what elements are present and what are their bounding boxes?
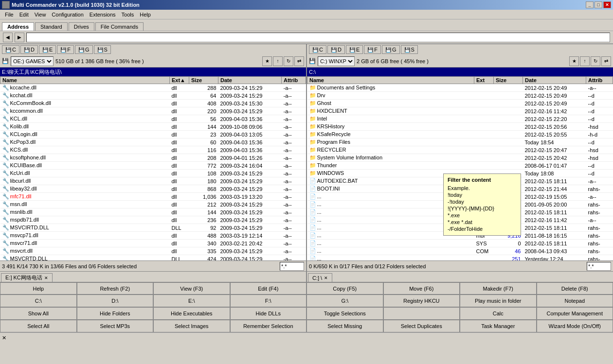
btn-view[interactable]: View (F3) [153, 282, 230, 295]
right-col-name[interactable]: Name [307, 77, 474, 84]
address-input[interactable] [26, 33, 610, 42]
btn-help[interactable]: Help [0, 282, 77, 295]
tab-drives[interactable]: Drives [69, 22, 94, 31]
menu-view[interactable]: View [32, 11, 49, 18]
right-refresh-btn[interactable]: ↻ [591, 56, 600, 66]
list-item[interactable]: 📁HXDCLIENT 2012-02-16 11:42 --d [307, 107, 613, 115]
btn-hide-folders[interactable]: Hide Folders [77, 307, 154, 320]
menu-file[interactable]: File [2, 11, 17, 18]
left-up-btn[interactable]: ↑ [273, 56, 283, 66]
list-item[interactable]: 🔧KCLogin.dll dll 23 2009-04-03 13:05 -a-… [0, 131, 306, 139]
right-fav-btn[interactable]: ★ [569, 56, 579, 66]
left-drive-g[interactable]: 💾G [75, 45, 93, 54]
tab-file-commands[interactable]: File Commands [95, 22, 144, 31]
left-col-attrib[interactable]: Attrib [282, 77, 306, 84]
list-item[interactable]: 🔧libcurl.dll dll 180 2009-03-24 15:29 -a… [0, 177, 306, 185]
list-item[interactable]: 🔧KCL.dll dll 56 2009-04-03 15:36 -a-- [0, 115, 306, 123]
btn-c-drive[interactable]: C:\ [0, 295, 77, 307]
right-drive-s[interactable]: 💾S [401, 45, 418, 54]
list-item[interactable]: 🔧MSVCRTD.DLL DLL 424 2009-03-24 15:29 -a… [0, 255, 306, 261]
btn-select-missing[interactable]: Select Missing [306, 320, 383, 332]
right-col-ext[interactable]: Ext [474, 77, 494, 84]
list-item[interactable]: 📁RECYCLER 2012-02-15 20:47 -hsd [307, 146, 613, 154]
right-drive-e[interactable]: 💾E [346, 45, 363, 54]
btn-registry-hkcu[interactable]: Registry HKCU [383, 295, 460, 307]
right-filter-input[interactable] [587, 262, 611, 271]
btn-select-mp3s[interactable]: Select MP3s [77, 320, 154, 332]
left-drive-s[interactable]: 💾S [94, 45, 111, 54]
list-item[interactable]: 🔧kcsoftphone.dll dll 208 2009-04-01 15:2… [0, 154, 306, 162]
tab-address[interactable]: Address [2, 22, 34, 31]
btn-calc[interactable]: Calc [460, 307, 537, 320]
right-up-btn[interactable]: ↑ [580, 56, 590, 66]
left-drive-f[interactable]: 💾F [57, 45, 74, 54]
right-col-size[interactable]: Size [494, 77, 523, 84]
btn-play-music[interactable]: Play music in folder [460, 295, 537, 307]
list-item[interactable]: 🔧mspdb71.dll dll 236 2009-03-24 15:29 -a… [0, 216, 306, 224]
list-item[interactable]: 🔧mfc71.dll dll 1,036 2003-03-19 13:20 -a… [0, 193, 306, 201]
list-item[interactable]: 🔧msvcrt.dll dll 335 2009-03-24 15:29 -a-… [0, 247, 306, 255]
list-item[interactable]: 🔧msvcp71.dll dll 488 2003-03-19 12:14 -a… [0, 232, 306, 240]
right-drive-c[interactable]: 💾C [309, 45, 326, 54]
left-filter-input[interactable] [280, 262, 304, 271]
btn-select-duplicates[interactable]: Select Duplicates [383, 320, 460, 332]
btn-task-manager[interactable]: Task Manager [460, 320, 537, 332]
list-item[interactable]: 📁Ghost 2012-02-15 20:49 --d [307, 100, 613, 107]
btn-refresh[interactable]: Refresh (F2) [77, 282, 154, 295]
left-col-date[interactable]: Date [218, 77, 282, 84]
minimize-button[interactable]: _ [586, 1, 594, 8]
btn-copy[interactable]: Copy (F5) [306, 282, 383, 295]
list-item[interactable]: 🔧KCS.dll dll 116 2009-04-03 15:36 -a-- [0, 146, 306, 154]
list-item[interactable]: 🔧KcPop3.dll dll 60 2009-04-03 15:36 -a-- [0, 139, 306, 146]
menu-tools[interactable]: Tools [119, 11, 137, 18]
btn-hide-executables[interactable]: Hide Executables [153, 307, 230, 320]
right-drive-g[interactable]: 💾G [382, 45, 400, 54]
btn-edit[interactable]: Edit (F4) [230, 282, 307, 295]
right-col-attrib[interactable]: Attrib [586, 77, 613, 84]
right-tab-close[interactable]: ✕ [324, 276, 328, 280]
right-drive-d[interactable]: 💾D [327, 45, 345, 54]
left-col-ext[interactable]: Ext▲ [170, 77, 189, 84]
list-item[interactable]: 🔧libeay32.dll dll 868 2009-03-24 15:29 -… [0, 185, 306, 193]
addr-forward-btn[interactable]: ▶ [15, 33, 24, 42]
btn-select-all[interactable]: Select All [0, 320, 77, 332]
left-drive-c[interactable]: 💾C [2, 45, 19, 54]
btn-e-drive[interactable]: E:\ [153, 295, 230, 307]
left-drive-select[interactable]: OE:) GAMES [11, 56, 54, 66]
menu-extensions[interactable]: Extensions [87, 11, 119, 18]
list-item[interactable]: 🔧msvcr71.dll dll 340 2003-02-21 20:42 -a… [0, 240, 306, 247]
list-item[interactable]: 🔧msnlib.dll dll 144 2009-03-24 15:29 -a-… [0, 208, 306, 216]
list-item[interactable]: 📄... COM 46 2008-04-13 09:43 rahs- [307, 247, 613, 255]
left-col-name[interactable]: Name [0, 77, 170, 84]
left-col-size[interactable]: Size [189, 77, 218, 84]
left-file-scroll[interactable]: Name Ext▲ Size Date Attrib 🔧kccache.dll … [0, 76, 306, 260]
list-item[interactable]: 📄... 251 Yesterday 12:24 rahs- [307, 255, 613, 261]
list-item[interactable]: 📁Program Files Today 18:54 --d [307, 139, 613, 146]
list-item[interactable]: 📁System Volume Information 2012-02-15 20… [307, 154, 613, 162]
left-tab-close[interactable]: ✕ [44, 276, 48, 280]
btn-d-drive[interactable]: D:\ [77, 295, 154, 307]
btn-computer-management[interactable]: Computer Management [537, 307, 613, 320]
left-tab[interactable]: E:] KC网络电话 ✕ [1, 273, 53, 282]
left-fav-btn[interactable]: ★ [262, 56, 272, 66]
right-swap-btn[interactable]: ⇄ [601, 56, 611, 66]
list-item[interactable]: 📁Thunder 2008-06-17 01:47 --d [307, 162, 613, 170]
right-col-date[interactable]: Date [523, 77, 586, 84]
list-item[interactable]: 📁KSafeRecycle 2012-02-15 20:55 -h-d [307, 131, 613, 139]
addr-back-btn[interactable]: ◀ [3, 33, 13, 42]
btn-remember-selection[interactable]: Remember Selection [230, 320, 307, 332]
btn-f-drive[interactable]: F:\ [230, 295, 307, 307]
btn-hide-dlls[interactable]: Hide DLLs [230, 307, 307, 320]
list-item[interactable]: 🔧msn.dll dll 212 2009-03-24 15:29 -a-- [0, 201, 306, 208]
list-item[interactable]: 🔧Kolib.dll dll 144 2009-10-08 09:06 -a-- [0, 123, 306, 131]
right-drive-f[interactable]: 💾F [364, 45, 381, 54]
list-item[interactable]: 🔧KcCommBook.dll dll 408 2009-03-24 15:30… [0, 100, 306, 107]
tab-standard[interactable]: Standard [35, 22, 68, 31]
menu-edit[interactable]: Edit [17, 11, 32, 18]
close-button[interactable]: ✕ [603, 1, 611, 8]
list-item[interactable]: 🔧kccache.dll dll 288 2009-03-24 15:29 -a… [0, 84, 306, 92]
list-item[interactable]: 📄... SYS 0 2012-02-15 18:11 rahs- [307, 240, 613, 247]
list-item[interactable]: 🔧kcchat.dll dll 64 2009-03-24 15:29 -a-- [0, 92, 306, 100]
list-item[interactable]: 📁Documents and Settings 2012-02-15 20:49… [307, 84, 613, 92]
list-item[interactable]: 🔧MSVCIRTD.DLL DLL 92 2009-03-24 15:29 -a… [0, 224, 306, 232]
